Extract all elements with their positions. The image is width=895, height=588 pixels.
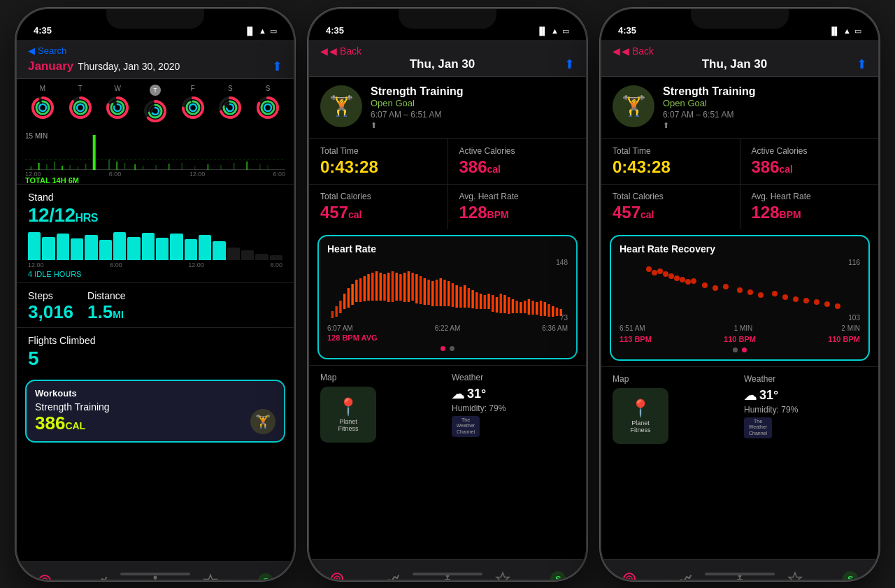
svg-point-159	[628, 578, 630, 580]
tab-bar-2: History Trends Workouts Awards	[309, 559, 586, 580]
active-cal-label-3: Active Calories	[752, 146, 868, 156]
tab-trends-1[interactable]: Trends	[79, 573, 121, 580]
sharing-tab-icon: S	[258, 573, 273, 580]
distance-label: Distance	[87, 290, 125, 301]
workout-top-2: 🏋 Strength Training Open Goal 6:07 AM – …	[309, 77, 586, 138]
back-button-3[interactable]: ◀ ◀ Back	[613, 45, 867, 57]
distance-block: Distance 1.5MI	[87, 290, 125, 323]
dot-2	[450, 346, 454, 351]
share-icon[interactable]: ⬆	[272, 59, 282, 74]
back-search[interactable]: ◀ Search	[28, 45, 282, 56]
svg-rect-52	[116, 162, 117, 170]
total-cal-label: Total Calories	[320, 192, 436, 201]
svg-rect-127	[552, 306, 554, 317]
day-fri[interactable]: F	[180, 85, 206, 124]
svg-rect-44	[46, 164, 48, 170]
share-icon-3[interactable]: ⬆	[857, 57, 867, 72]
nav-month[interactable]: January	[28, 59, 73, 73]
hrr-chart-card[interactable]: Heart Rate Recovery 116 103	[610, 235, 870, 361]
status-icons-3: ▐▌ ▲ ▭	[829, 27, 861, 36]
svg-rect-100	[443, 280, 445, 306]
awards-tab-icon-2	[495, 571, 510, 580]
wifi-icon-2: ▲	[551, 27, 559, 35]
tab-history-1[interactable]: History	[24, 573, 66, 580]
svg-rect-101	[448, 281, 450, 306]
svg-rect-86	[387, 273, 389, 302]
tab-trends-2[interactable]: Trends	[371, 571, 413, 580]
tab-history-2[interactable]: History	[316, 571, 358, 580]
home-indicator-3	[705, 573, 775, 575]
svg-rect-58	[181, 163, 182, 170]
tab-awards-2[interactable]: Awards	[482, 571, 524, 580]
day-sun[interactable]: S	[255, 85, 280, 124]
weather-humidity-2: Humidity: 79%	[452, 403, 575, 413]
back-icon: ◀	[28, 45, 35, 56]
tab-sharing-1[interactable]: S Sharing	[245, 573, 287, 580]
day-sat[interactable]: S	[217, 85, 243, 124]
svg-rect-77	[351, 284, 353, 305]
svg-point-141	[680, 277, 685, 282]
svg-marker-161	[789, 573, 801, 580]
steps-value: 3,016	[28, 301, 73, 323]
hr-time-labels: 6:07 AM 6:22 AM 6:36 AM	[327, 324, 568, 332]
day-tue[interactable]: T	[68, 85, 93, 124]
svg-point-143	[691, 278, 696, 284]
status-time: 4:35	[34, 25, 52, 36]
svg-point-146	[723, 284, 729, 289]
workout-date-3: Thu, Jan 30	[702, 57, 768, 71]
ring-tue	[68, 95, 93, 120]
svg-rect-61	[220, 165, 222, 170]
hrr-svg	[620, 259, 860, 322]
hr-max: 148	[556, 259, 568, 266]
awards-tab-icon	[203, 573, 218, 580]
svg-rect-64	[259, 164, 261, 170]
svg-rect-92	[411, 273, 413, 301]
hr-chart-card[interactable]: Heart Rate 148 73	[317, 235, 578, 359]
svg-point-5	[39, 104, 46, 111]
back-button-2[interactable]: ◀ ◀ Back	[320, 45, 575, 57]
tab-awards-1[interactable]: Awards	[189, 573, 231, 580]
ring-mon	[30, 95, 55, 120]
svg-rect-116	[508, 297, 510, 314]
weather-block-2: Weather ☁ 31° Humidity: 79% The Weather …	[452, 373, 575, 443]
workouts-card[interactable]: Workouts Strength Training 386CAL 🏋	[25, 380, 285, 443]
day-thu[interactable]: T	[143, 85, 168, 124]
signal-icon-3: ▐▌	[829, 27, 840, 35]
svg-rect-47	[69, 165, 71, 170]
svg-rect-125	[544, 302, 546, 316]
svg-rect-73	[335, 306, 337, 317]
history-tab-icon	[37, 573, 52, 580]
svg-rect-113	[496, 297, 498, 313]
day-wed[interactable]: W	[105, 85, 130, 124]
tab-awards-3[interactable]: Awards	[774, 571, 816, 580]
total-time-cell-3: Total Time 0:43:28	[601, 139, 740, 184]
weather-channel-3: The Weather Channel	[744, 417, 772, 438]
weather-temp-2: ☁ 31°	[452, 387, 575, 402]
tab-history-3[interactable]: History	[608, 571, 650, 580]
tab-sharing-3[interactable]: S Sharing	[829, 571, 871, 580]
wifi-icon: ▲	[259, 27, 266, 35]
svg-rect-88	[395, 273, 397, 301]
workout-goal-2: Open Goal	[371, 98, 463, 108]
svg-point-144	[702, 282, 708, 288]
workout-top-3: 🏋 Strength Training Open Goal 6:07 AM – …	[601, 77, 878, 138]
active-cal-cell: Active Calories 386cal	[448, 139, 587, 184]
svg-rect-80	[364, 276, 366, 301]
tab-trends-3[interactable]: Trends	[664, 571, 706, 580]
tab-sharing-2[interactable]: S Sharing	[537, 571, 579, 580]
workout-icon-big-3: 🏋	[613, 85, 654, 127]
workouts-card-cal: 386CAL	[35, 413, 275, 434]
notch-2	[399, 9, 496, 29]
svg-rect-105	[464, 285, 466, 308]
total-cal-label-3: Total Calories	[613, 192, 729, 201]
notch	[106, 9, 204, 29]
place-name-2: PlanetFitness	[338, 418, 358, 432]
total-cal-value-3: 457cal	[613, 203, 729, 222]
workout-icon-big-2: 🏋	[320, 85, 362, 127]
day-letter-m: M	[40, 85, 45, 92]
share-icon-2[interactable]: ⬆	[564, 57, 575, 72]
workout-type-2: Strength Training	[371, 85, 463, 98]
svg-rect-82	[371, 273, 373, 301]
day-mon[interactable]: M	[30, 85, 55, 124]
svg-point-156	[835, 303, 840, 309]
